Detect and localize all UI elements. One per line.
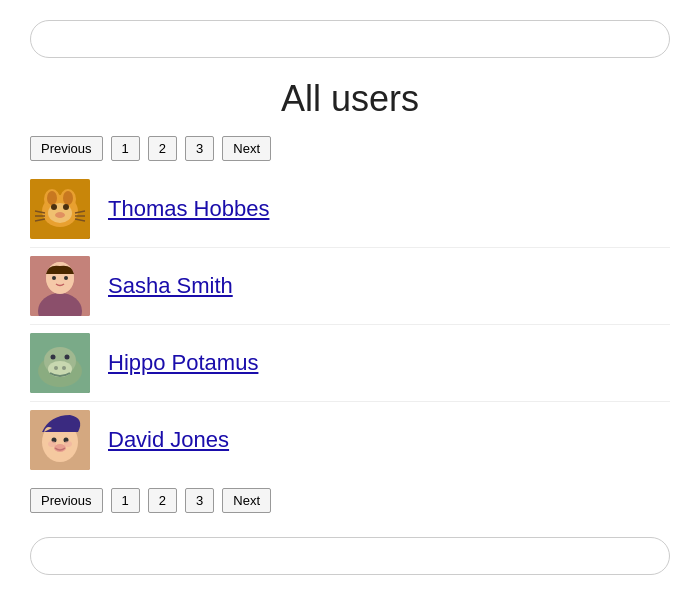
previous-button-bottom[interactable]: Previous: [30, 488, 103, 513]
page-1-button-bottom[interactable]: 1: [111, 488, 140, 513]
user-avatar-0: [30, 179, 90, 239]
search-input-top[interactable]: [30, 20, 670, 58]
svg-point-9: [55, 212, 65, 218]
user-name-link-3[interactable]: David Jones: [108, 427, 229, 453]
svg-point-27: [65, 355, 70, 360]
svg-point-35: [48, 441, 56, 447]
svg-point-7: [51, 204, 57, 210]
search-input-bottom[interactable]: [30, 537, 670, 575]
user-avatar-3: [30, 410, 90, 470]
user-avatar-2: [30, 333, 90, 393]
user-list: Thomas Hobbes Sasha Smith Hippo Pot: [30, 171, 670, 478]
svg-point-5: [63, 191, 73, 205]
pagination-bottom: Previous 1 2 3 Next: [30, 488, 670, 513]
next-button-bottom[interactable]: Next: [222, 488, 271, 513]
user-name-link-0[interactable]: Thomas Hobbes: [108, 196, 269, 222]
list-item: Hippo Potamus: [30, 325, 670, 402]
page-1-button-top[interactable]: 1: [111, 136, 140, 161]
page-title: All users: [30, 78, 670, 120]
list-item: David Jones: [30, 402, 670, 478]
svg-point-4: [47, 191, 57, 205]
svg-point-20: [52, 276, 56, 280]
svg-point-21: [64, 276, 68, 280]
svg-point-8: [63, 204, 69, 210]
svg-point-26: [51, 355, 56, 360]
next-button-top[interactable]: Next: [222, 136, 271, 161]
svg-point-29: [62, 366, 66, 370]
svg-point-36: [64, 441, 72, 447]
list-item: Thomas Hobbes: [30, 171, 670, 248]
page-3-button-top[interactable]: 3: [185, 136, 214, 161]
page-2-button-top[interactable]: 2: [148, 136, 177, 161]
page-2-button-bottom[interactable]: 2: [148, 488, 177, 513]
pagination-top: Previous 1 2 3 Next: [30, 136, 670, 161]
user-name-link-2[interactable]: Hippo Potamus: [108, 350, 258, 376]
user-avatar-1: [30, 256, 90, 316]
page-3-button-bottom[interactable]: 3: [185, 488, 214, 513]
user-name-link-1[interactable]: Sasha Smith: [108, 273, 233, 299]
list-item: Sasha Smith: [30, 248, 670, 325]
previous-button-top[interactable]: Previous: [30, 136, 103, 161]
svg-point-28: [54, 366, 58, 370]
